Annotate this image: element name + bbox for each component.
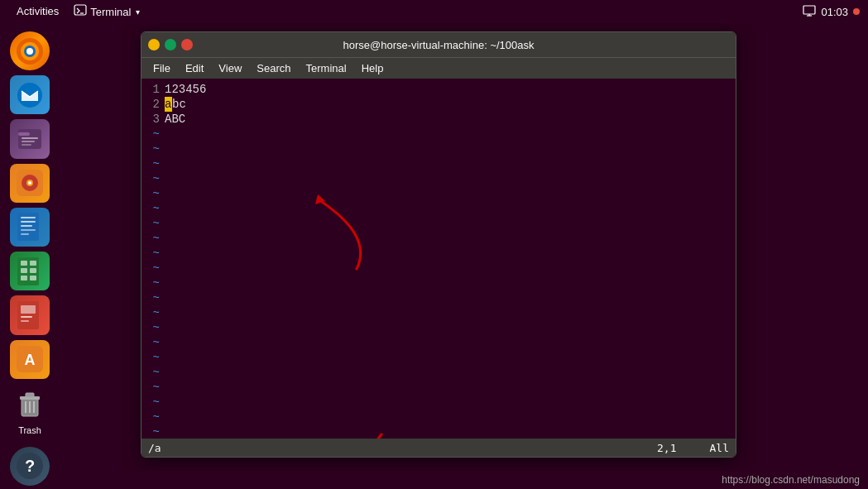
svg-rect-31: [30, 276, 36, 280]
tilde-line: ~: [141, 424, 736, 439]
notification-dot: [853, 8, 860, 15]
trash-label: Trash: [18, 425, 41, 435]
dock-icon-calc[interactable]: [10, 252, 50, 290]
svg-rect-21: [21, 221, 36, 223]
tilde-line: ~: [141, 410, 736, 424]
terminal-titlebar: — + × horse@horse-virtual-machine: ~/100…: [141, 32, 736, 57]
tilde-line: ~: [141, 365, 736, 380]
svg-rect-12: [22, 137, 38, 139]
dock-icon-files[interactable]: [10, 119, 50, 158]
svg-rect-2: [803, 6, 815, 14]
tilde-line: ~: [141, 231, 736, 246]
svg-rect-20: [21, 217, 36, 218]
svg-text:A: A: [25, 352, 36, 368]
dock-icon-impress[interactable]: [10, 295, 50, 334]
svg-rect-34: [21, 316, 32, 318]
bottom-link: https://blog.csdn.net/masudong: [722, 474, 860, 486]
status-scroll: All: [710, 442, 729, 454]
svg-text:?: ?: [25, 457, 35, 475]
code-line-3: 3 ABC: [141, 112, 736, 127]
terminal-icon: [74, 4, 87, 20]
tilde-line: ~: [141, 320, 736, 335]
svg-rect-29: [30, 268, 36, 273]
bottombar: https://blog.csdn.net/masudong: [0, 471, 868, 489]
clock: 01:03: [821, 6, 848, 18]
dock-icon-firefox[interactable]: [10, 31, 50, 70]
svg-rect-11: [18, 132, 30, 136]
dock-icon-writer[interactable]: [10, 208, 50, 247]
svg-rect-27: [30, 261, 36, 266]
svg-rect-30: [21, 276, 27, 280]
terminal-menubar: File Edit View Search Terminal Help: [141, 57, 736, 79]
trash-icon[interactable]: Trash: [10, 384, 50, 435]
minimize-button[interactable]: —: [148, 39, 160, 50]
svg-rect-14: [22, 144, 31, 146]
chevron-down-icon: ▾: [136, 7, 140, 17]
tilde-line: ~: [141, 335, 736, 350]
tilde-line: ~: [141, 395, 736, 410]
svg-rect-33: [21, 305, 36, 314]
svg-point-9: [17, 83, 42, 108]
status-command: /a: [148, 442, 161, 454]
svg-rect-28: [21, 268, 27, 273]
tilde-line: ~: [141, 201, 736, 216]
menu-search[interactable]: Search: [250, 60, 297, 76]
tilde-line: ~: [141, 290, 736, 305]
terminal-menu-button[interactable]: Terminal ▾: [67, 4, 150, 20]
terminal-title: horse@horse-virtual-machine: ~/100ask: [343, 39, 534, 51]
monitor-icon: [803, 5, 816, 19]
terminal-window[interactable]: — + × horse@horse-virtual-machine: ~/100…: [141, 31, 736, 458]
menu-terminal[interactable]: Terminal: [300, 60, 353, 76]
menu-view[interactable]: View: [212, 60, 248, 76]
topbar-right: 01:03: [803, 5, 860, 19]
code-line-1: 1 123456: [141, 82, 736, 97]
tilde-line: ~: [141, 350, 736, 365]
tilde-line: ~: [141, 127, 736, 141]
activities-button[interactable]: Activities: [8, 0, 67, 23]
tilde-line: ~: [141, 246, 736, 261]
tilde-line: ~: [141, 305, 736, 320]
code-line-2: 2 abc: [141, 97, 736, 112]
menu-help[interactable]: Help: [355, 60, 391, 76]
vim-status-line: /a 2,1 All: [141, 439, 736, 457]
status-position: 2,1: [657, 442, 676, 454]
dock-icon-thunderbird[interactable]: [10, 75, 50, 114]
menu-file[interactable]: File: [146, 60, 177, 76]
maximize-button[interactable]: +: [165, 39, 176, 50]
tilde-line: ~: [141, 216, 736, 231]
tilde-line: ~: [141, 186, 736, 201]
svg-rect-26: [21, 261, 27, 266]
tilde-line: ~: [141, 276, 736, 290]
svg-rect-24: [21, 233, 29, 235]
dock-icon-appstore[interactable]: A: [10, 340, 50, 379]
svg-rect-22: [21, 225, 32, 227]
cursor: a: [165, 97, 172, 112]
svg-point-8: [26, 48, 33, 55]
dock: A Trash ?: [0, 23, 60, 489]
svg-point-18: [28, 181, 31, 185]
svg-rect-23: [21, 229, 36, 231]
terminal-body[interactable]: 1 123456 2 abc 3 ABC ~ ~ ~ ~ ~ ~ ~ ~ ~ ~…: [141, 79, 736, 439]
tilde-line: ~: [141, 171, 736, 186]
terminal-menu-label: Terminal: [90, 6, 131, 18]
close-button[interactable]: ×: [181, 39, 193, 50]
tilde-line: ~: [141, 141, 736, 156]
tilde-line: ~: [141, 156, 736, 171]
tilde-line: ~: [141, 261, 736, 276]
tilde-line: ~: [141, 380, 736, 395]
topbar: Activities Terminal ▾ 01:03: [0, 0, 868, 23]
svg-rect-35: [21, 320, 29, 322]
dock-icon-help[interactable]: ?: [10, 447, 50, 486]
dock-icon-rhythmbox[interactable]: [10, 164, 50, 203]
menu-edit[interactable]: Edit: [179, 60, 210, 76]
svg-rect-40: [26, 393, 34, 397]
svg-rect-13: [22, 141, 35, 142]
